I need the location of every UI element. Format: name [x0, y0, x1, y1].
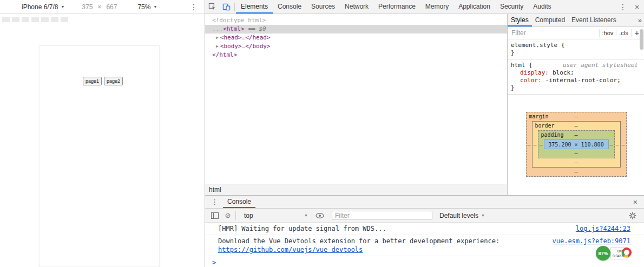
device-toolbar-toggle-icon[interactable] — [219, 0, 233, 14]
page2-button[interactable]: page2 — [104, 77, 123, 85]
tab-performance[interactable]: Performance — [373, 0, 420, 14]
expand-arrow-icon[interactable]: ▶ — [216, 44, 219, 49]
property-value: -internal-root-color; — [546, 77, 621, 84]
device-select-label: iPhone 6/7/8 — [22, 3, 58, 11]
device-select[interactable]: iPhone 6/7/8 ▼ — [22, 3, 64, 11]
tab-console[interactable]: Console — [273, 0, 306, 14]
tab-console-drawer[interactable]: Console — [223, 196, 255, 208]
caret-down-icon: ▼ — [304, 213, 308, 217]
zoom-value: 75% — [137, 3, 150, 11]
body-node[interactable]: ▶<body>…</body> — [205, 42, 507, 51]
tab-styles[interactable]: Styles — [508, 14, 532, 26]
toggle-element-state-button[interactable]: :hov — [599, 29, 616, 37]
message-source-link[interactable]: log.js?4244:23 — [576, 224, 630, 233]
device-height-field[interactable]: 667 — [106, 3, 117, 11]
clear-console-icon[interactable]: ⊘ — [221, 211, 234, 219]
border-top-value[interactable]: – — [574, 123, 577, 129]
element-classes-button[interactable]: .cls — [616, 29, 631, 37]
margin-top-value[interactable]: – — [574, 114, 577, 119]
zoom-select[interactable]: 75% ▼ — [137, 3, 157, 11]
css-property[interactable]: display:block; — [511, 69, 642, 77]
drawer-menu-icon[interactable]: ⋮ — [205, 198, 223, 206]
message-source-link[interactable]: vue.esm.js?efeb:9071 — [553, 237, 631, 245]
breadcrumb-html[interactable]: html — [205, 186, 225, 193]
element-style-rule[interactable]: element.style { } — [508, 39, 644, 59]
styles-sidebar: Styles Computed Event Listeners » :hov .… — [507, 14, 644, 195]
console-message: Download the Vue Devtools extension for … — [205, 235, 644, 256]
message-link[interactable]: https://github.com/vuejs/vue-devtools — [218, 245, 363, 254]
toolbar-divider — [235, 211, 236, 220]
padding-top-value[interactable]: – — [574, 132, 577, 138]
toolbar-divider — [312, 211, 312, 220]
head-node[interactable]: ▶<head>…</head> — [205, 34, 507, 42]
more-tabs-icon[interactable]: » — [635, 16, 644, 24]
html-close-node[interactable]: </html> — [205, 51, 507, 59]
box-model-content[interactable]: 375.200 × 110.800 — [544, 139, 609, 149]
tab-network[interactable]: Network — [340, 0, 373, 14]
box-model-padding[interactable]: padding– – 375.200 × 110.800 – – — [538, 130, 615, 158]
tab-event-listeners[interactable]: Event Listeners — [568, 14, 620, 26]
html-node[interactable]: ...<html>== $0 — [205, 25, 507, 34]
property-name: display: — [520, 69, 549, 76]
page1-button[interactable]: page1 — [83, 77, 102, 85]
expand-arrow-icon[interactable]: ▶ — [216, 35, 219, 40]
extension-badge-icon[interactable] — [622, 248, 632, 257]
css-property[interactable]: color:-internal-root-color; — [511, 77, 642, 84]
border-left-value[interactable]: – — [533, 142, 538, 148]
devtools-close-icon[interactable]: × — [630, 0, 644, 14]
device-width-field[interactable]: 375 — [82, 3, 93, 11]
console-filter-input[interactable] — [332, 211, 432, 220]
device-toolbar-menu-icon[interactable]: ⋮ — [190, 3, 198, 11]
devtools-menu-icon[interactable]: ⋮ — [616, 0, 630, 14]
tab-computed[interactable]: Computed — [532, 14, 568, 26]
elements-panel: <!doctype html> ...<html>== $0 ▶<head>…<… — [205, 14, 507, 195]
padding-left-value[interactable]: – — [538, 142, 544, 148]
tab-memory[interactable]: Memory — [420, 0, 454, 14]
tab-security[interactable]: Security — [495, 0, 528, 14]
drawer-close-icon[interactable]: × — [626, 198, 644, 206]
margin-label: margin — [529, 112, 549, 121]
styles-filter-input[interactable] — [508, 29, 599, 37]
margin-left-value[interactable]: – — [527, 142, 532, 148]
border-bottom-value[interactable]: – — [574, 159, 577, 165]
caret-down-icon: ▼ — [61, 5, 64, 9]
property-name: color: — [520, 77, 542, 84]
tab-audits[interactable]: Audits — [528, 0, 556, 14]
performance-score-badge[interactable]: 87% — [596, 246, 610, 261]
stylesheet-origin: user agent stylesheet — [563, 62, 642, 69]
box-model-border[interactable]: border– – padding– – 375.200 × 110.800 – — [532, 121, 621, 168]
rule-close-brace: } — [511, 84, 642, 92]
rule-selector: html { — [511, 62, 533, 69]
inspect-element-icon[interactable] — [205, 0, 219, 14]
html-close-tag: </html> — [212, 51, 237, 58]
tabbar-right-controls: ⋮ × — [616, 0, 644, 14]
device-ruler — [0, 15, 68, 20]
html-style-rule[interactable]: html { user agent stylesheet display:blo… — [508, 59, 644, 95]
border-label: border — [535, 122, 555, 130]
node-prefix: ... — [212, 25, 223, 32]
margin-bottom-value[interactable]: – — [574, 169, 577, 175]
padding-label: padding — [541, 131, 564, 139]
breadcrumb: html — [205, 184, 507, 195]
execution-context-select[interactable]: top ▼ — [241, 212, 311, 219]
scrollbar-thumb[interactable] — [640, 29, 643, 50]
tab-application[interactable]: Application — [454, 0, 495, 14]
console-settings-gear-icon[interactable] — [626, 212, 639, 219]
log-levels-select[interactable]: Default levels ▼ — [439, 212, 485, 219]
live-expression-eye-icon[interactable] — [313, 213, 326, 218]
tab-elements[interactable]: Elements — [236, 0, 273, 14]
tab-sources[interactable]: Sources — [306, 0, 340, 14]
message-text: Download the Vue Devtools extension for … — [218, 237, 546, 245]
padding-bottom-value[interactable]: – — [574, 150, 577, 156]
doctype-node[interactable]: <!doctype html> — [205, 16, 507, 25]
body-open-tag: <body> — [220, 43, 242, 50]
box-model[interactable]: margin– – border– – padding– – — [526, 112, 627, 177]
margin-right-value[interactable]: – — [621, 142, 626, 148]
dom-tree: <!doctype html> ...<html>== $0 ▶<head>…<… — [205, 14, 507, 59]
console-sidebar-toggle-icon[interactable] — [208, 212, 221, 219]
box-model-margin[interactable]: margin– – border– – padding– – — [526, 112, 627, 177]
padding-right-value[interactable]: – — [609, 142, 614, 148]
property-value: block; — [553, 69, 574, 76]
border-right-value[interactable]: – — [615, 142, 620, 148]
console-prompt-row[interactable]: > — [205, 256, 644, 266]
